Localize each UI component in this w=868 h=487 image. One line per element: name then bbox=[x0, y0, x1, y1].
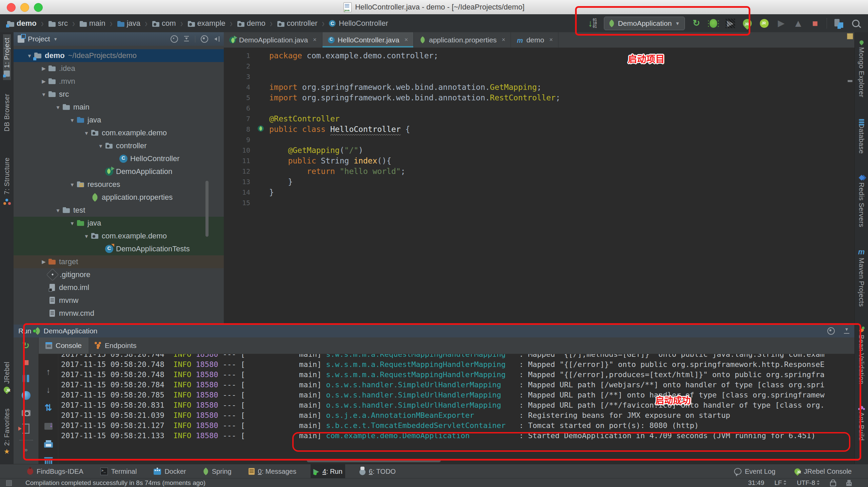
scroll-up-icon[interactable]: ↑ bbox=[43, 366, 54, 377]
tree-item-java[interactable]: ▼java bbox=[14, 217, 224, 230]
breadcrumb-item-com[interactable]: com bbox=[151, 18, 177, 28]
profiler-button[interactable]: ▲ bbox=[793, 18, 804, 29]
tab-application.properties[interactable]: application.properties× bbox=[414, 32, 511, 47]
scroll-down-icon[interactable]: ↓ bbox=[43, 384, 54, 395]
toolwindow-button-jrebel-console[interactable]: JRebel Console bbox=[792, 464, 854, 479]
tab-demo[interactable]: mdemo× bbox=[511, 32, 558, 47]
rerun-button[interactable]: ↻ bbox=[691, 18, 702, 29]
print-icon[interactable] bbox=[43, 438, 54, 449]
toolwindow-button-6-todo[interactable]: 6: TODO bbox=[357, 464, 398, 479]
window-layout-icon[interactable] bbox=[833, 18, 844, 29]
search-everywhere-button[interactable] bbox=[850, 18, 861, 29]
run-panel-header[interactable]: Run DemoApplication bbox=[14, 325, 854, 337]
tree-item-HelloController[interactable]: HelloController bbox=[14, 152, 224, 165]
gear-icon[interactable] bbox=[201, 35, 208, 43]
tree-item-application.properties[interactable]: application.properties bbox=[14, 191, 224, 204]
toolwindow-button-findbugs-idea[interactable]: FindBugs-IDEA bbox=[24, 464, 86, 479]
breadcrumb-item-HelloController[interactable]: HelloController bbox=[328, 18, 390, 28]
tab-endpoints[interactable]: Endpoints bbox=[88, 337, 143, 354]
chevron-down-icon[interactable]: ▼ bbox=[53, 37, 58, 42]
toolwindow-button-terminal[interactable]: Terminal bbox=[98, 464, 140, 479]
tree-item-demo[interactable]: ▼demo~/IdeaProjects/demo bbox=[14, 49, 224, 62]
exit-button[interactable] bbox=[21, 423, 32, 434]
toolwindow-button-0-messages[interactable]: 0: Messages bbox=[246, 464, 299, 479]
expand-arrow-icon[interactable]: ▼ bbox=[82, 130, 91, 136]
run-configuration-select[interactable]: DemoApplication ▼ bbox=[604, 17, 685, 30]
inspections-profile-icon[interactable] bbox=[846, 482, 852, 486]
lock-icon[interactable] bbox=[830, 482, 836, 486]
jrebel-sync-icon[interactable]: ↓011001 bbox=[587, 18, 598, 29]
tree-item-demo.iml[interactable]: demo.iml bbox=[14, 281, 224, 294]
close-window-button[interactable] bbox=[7, 3, 16, 12]
console-output[interactable]: 2017-11-15 09:58:20.744 INFO 18580 --- [… bbox=[58, 354, 854, 464]
tree-item-DemoApplication[interactable]: DemoApplication bbox=[14, 165, 224, 178]
tab-console[interactable]: Console bbox=[39, 337, 88, 354]
snapshot-button[interactable] bbox=[21, 407, 32, 417]
tree-item-java[interactable]: ▼java bbox=[14, 114, 224, 126]
minimize-window-button[interactable] bbox=[20, 3, 29, 12]
tree-item-.idea[interactable]: ▶.idea bbox=[14, 62, 224, 75]
stop-button[interactable]: ■ bbox=[21, 357, 32, 368]
locate-file-icon[interactable] bbox=[171, 35, 178, 43]
debug-button[interactable] bbox=[708, 18, 719, 29]
sidebar-item-mongo-explorer[interactable]: Mongo Explorer bbox=[857, 37, 865, 101]
expand-arrow-icon[interactable]: ▼ bbox=[82, 233, 91, 239]
spring-bean-gutter-icon[interactable] bbox=[258, 125, 264, 132]
tree-item-.mvn[interactable]: ▶.mvn bbox=[14, 75, 224, 88]
line-separator-indicator[interactable]: LF bbox=[774, 479, 787, 487]
hide-panel-icon[interactable] bbox=[214, 36, 220, 42]
inspection-status-square[interactable] bbox=[847, 33, 853, 39]
breadcrumb-item-controller[interactable]: controller bbox=[276, 18, 319, 28]
open-browser-icon[interactable] bbox=[21, 390, 32, 401]
maximize-window-button[interactable] bbox=[34, 3, 43, 12]
expand-arrow-icon[interactable]: ▼ bbox=[54, 104, 62, 110]
background-tasks-icon[interactable] bbox=[6, 480, 12, 486]
toolwindow-button-docker[interactable]: Docker bbox=[151, 464, 189, 479]
tree-item-resources[interactable]: ▼resources bbox=[14, 178, 224, 191]
stop-button[interactable]: ■ bbox=[810, 18, 821, 29]
tree-item-mvnw[interactable]: mvnw bbox=[14, 294, 224, 307]
collapse-all-icon[interactable] bbox=[183, 36, 190, 42]
expand-arrow-icon[interactable]: ▼ bbox=[68, 220, 77, 226]
editor-code[interactable]: 1package com.example.demo.controller;234… bbox=[224, 48, 854, 208]
gear-icon[interactable] bbox=[827, 327, 835, 335]
tab-DemoApplication.java[interactable]: DemoApplication.java× bbox=[224, 32, 322, 47]
close-tab-icon[interactable]: × bbox=[405, 36, 408, 43]
tree-item-src[interactable]: ▼src bbox=[14, 88, 224, 101]
project-panel-header[interactable]: Project ▼ bbox=[14, 32, 224, 46]
breadcrumb-item-src[interactable]: src bbox=[47, 18, 69, 28]
close-tab-icon[interactable]: × bbox=[502, 36, 506, 43]
sidebar-item-database[interactable]: Database bbox=[857, 116, 865, 157]
more-actions-chevron[interactable]: » bbox=[24, 446, 27, 453]
sidebar-item-jrebel[interactable]: JRebel bbox=[3, 358, 11, 396]
tree-item-mvnw.cmd[interactable]: mvnw.cmd bbox=[14, 307, 224, 320]
expand-arrow-icon[interactable]: ▶ bbox=[39, 65, 48, 72]
breadcrumb-item-demo[interactable]: demo bbox=[5, 18, 38, 28]
breadcrumb-item-demo[interactable]: demo bbox=[236, 18, 267, 28]
tree-item-test[interactable]: ▼test bbox=[14, 204, 224, 217]
caret-position[interactable]: 31:49 bbox=[748, 479, 764, 487]
expand-arrow-icon[interactable]: ▶ bbox=[39, 78, 48, 84]
tree-item-main[interactable]: ▼main bbox=[14, 101, 224, 114]
expand-arrow-icon[interactable]: ▼ bbox=[39, 92, 48, 97]
expand-arrow-icon[interactable]: ▼ bbox=[54, 208, 62, 213]
sidebar-item-bean-validation[interactable]: Bean Validation bbox=[857, 325, 865, 388]
pause-output-button[interactable] bbox=[21, 373, 32, 384]
close-tab-icon[interactable]: × bbox=[313, 36, 317, 43]
tree-item-controller[interactable]: ▼controller bbox=[14, 139, 224, 152]
tree-item-com.example.demo[interactable]: ▼com.example.demo bbox=[14, 126, 224, 139]
expand-arrow-icon[interactable]: ▼ bbox=[68, 182, 77, 188]
expand-arrow-icon[interactable]: ▶ bbox=[39, 259, 48, 265]
sidebar-item-db-browser[interactable]: DB Browser bbox=[3, 90, 11, 144]
dock-pin-icon[interactable] bbox=[844, 328, 850, 334]
sidebar-item-ant-build[interactable]: Ant Build bbox=[857, 403, 865, 444]
sidebar-item-7-structure[interactable]: 7: Structure bbox=[3, 154, 11, 204]
tree-item-target[interactable]: ▶target bbox=[14, 255, 224, 268]
tab-HelloController.java[interactable]: HelloController.java× bbox=[322, 32, 414, 47]
rerun-application-button[interactable]: ↻ bbox=[21, 340, 32, 351]
breadcrumb-item-main[interactable]: main bbox=[78, 18, 107, 28]
expand-arrow-icon[interactable]: ▼ bbox=[96, 143, 105, 149]
sidebar-item-1-project[interactable]: 1: Project bbox=[3, 34, 11, 80]
toolwindow-button-event-log[interactable]: Event Log bbox=[731, 464, 778, 479]
tree-item-.gitignore[interactable]: .gitignore bbox=[14, 268, 224, 281]
